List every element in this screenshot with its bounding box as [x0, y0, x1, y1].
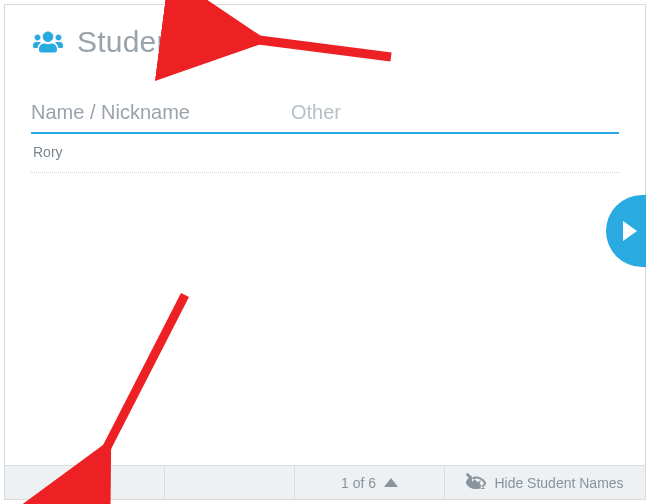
title-row: Student List: [31, 25, 619, 59]
users-icon: [31, 30, 65, 54]
eye-slash-icon: [466, 473, 486, 492]
users-icon: [65, 473, 89, 492]
footer-bar: 1 1 of 6 Hide Student Names: [5, 465, 645, 499]
column-header-name[interactable]: Name / Nickname: [31, 101, 291, 124]
footer-spacer: [165, 466, 295, 499]
student-count-value: 1: [97, 475, 105, 491]
app-frame: Student List Name / Nickname Other Rory …: [4, 4, 646, 500]
hide-names-button[interactable]: Hide Student Names: [445, 466, 645, 499]
hide-names-label: Hide Student Names: [494, 475, 623, 491]
column-header-other[interactable]: Other: [291, 101, 341, 124]
chevron-up-icon: [384, 478, 398, 487]
student-name: Rory: [33, 144, 63, 160]
student-count-button[interactable]: 1: [5, 466, 165, 499]
pager-button[interactable]: 1 of 6: [295, 466, 445, 499]
page-title: Student List: [77, 25, 238, 59]
play-icon: [623, 221, 637, 241]
main-panel: Student List Name / Nickname Other Rory: [5, 5, 645, 465]
column-headers: Name / Nickname Other: [31, 101, 619, 134]
pager-label: 1 of 6: [341, 475, 376, 491]
table-row[interactable]: Rory: [31, 134, 619, 173]
